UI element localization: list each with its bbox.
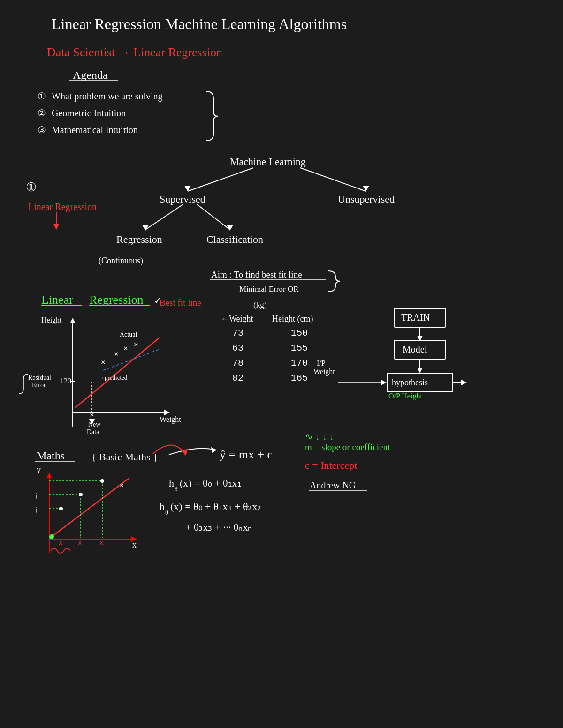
svg-line-7 <box>145 204 183 230</box>
ip-weight: Weight <box>313 368 335 376</box>
m-slope-label: m = slope or coefficient <box>305 442 390 452</box>
svg-point-51 <box>100 479 104 483</box>
agenda-item-2: Geometric Intuition <box>52 108 126 118</box>
maths-title: Maths <box>37 450 65 462</box>
formula1-label: h <box>169 477 174 489</box>
agenda-item-1-circle: ① <box>38 91 46 101</box>
minimal-error: Minimal Error OR <box>239 285 299 293</box>
classification-label: Classification <box>206 233 263 245</box>
ip-label: I/P <box>317 359 326 367</box>
svg-marker-53 <box>182 449 188 456</box>
new-data-label: New <box>88 421 101 428</box>
y-axis-math-label: y <box>37 465 41 474</box>
height-header: Height (cm) <box>272 314 313 324</box>
x3-mark: x <box>99 539 103 546</box>
train-box: TRAIN <box>401 312 430 323</box>
row3-height: 170 <box>291 358 308 368</box>
kg-label: (kg) <box>253 300 266 309</box>
svg-marker-10 <box>227 225 233 231</box>
row1-weight: 73 <box>232 328 243 338</box>
formula3-label: + θ₃x₃ + ··· θₙxₙ <box>185 521 252 533</box>
agenda-item-3-circle: ③ <box>38 125 46 135</box>
aim-label: Aim : To find best fit line <box>211 270 302 279</box>
data-point-1: × <box>101 358 106 367</box>
svg-line-2 <box>300 168 366 191</box>
predicted-label: →predicted <box>99 374 128 381</box>
row1-height: 150 <box>291 328 308 338</box>
linear-reg-red: Linear Regression <box>28 202 97 212</box>
svg-line-42 <box>52 478 129 537</box>
svg-marker-39 <box>46 473 52 478</box>
value-120: 120 <box>60 377 71 385</box>
svg-point-50 <box>79 493 83 496</box>
linear-reg-green: Linear <box>41 293 73 307</box>
checkmark: ✓ <box>154 295 162 306</box>
x-on-line-1: × <box>120 481 123 489</box>
residual-label: Residual <box>28 374 51 381</box>
best-fit-label: Best fit line <box>160 298 201 308</box>
agenda-title: Agenda <box>73 69 108 81</box>
theta-subscript2: θ <box>165 509 168 516</box>
svg-rect-20 <box>387 373 453 392</box>
model-box: Model <box>403 344 427 354</box>
svg-marker-3 <box>184 186 191 191</box>
hypothesis-box: hypothesis <box>392 378 428 387</box>
svg-marker-28 <box>164 410 170 415</box>
theta-subscript: θ <box>175 486 178 493</box>
row2-height: 155 <box>291 343 308 353</box>
row4-height: 165 <box>291 373 308 383</box>
data-point-3: × <box>123 344 128 353</box>
svg-marker-9 <box>142 225 149 231</box>
op-height-label: O/P Height <box>388 392 422 400</box>
svg-point-49 <box>59 507 63 510</box>
weight-header: ←Weight <box>221 314 253 323</box>
svg-line-31 <box>103 349 160 370</box>
svg-rect-14 <box>394 308 446 327</box>
svg-line-8 <box>197 204 230 230</box>
red-subtitle: Data Scientist → Linear Regression <box>47 45 222 59</box>
basic-maths-label: { Basic Maths } <box>91 451 158 463</box>
formula2-rest: (x) = θ₀ + θ₁x₁ + θ₂x₂ <box>170 501 262 512</box>
regression-green: Regression <box>89 293 144 307</box>
data-point-2: × <box>114 349 119 358</box>
svg-marker-19 <box>417 368 423 373</box>
unsupervised-label: Unsupervised <box>338 193 395 205</box>
x2-mark: x <box>78 539 82 546</box>
y-tick1: j <box>35 506 37 513</box>
ml-root: Machine Learning <box>230 156 306 167</box>
row2-weight: 63 <box>232 343 243 353</box>
section1-label: ① <box>26 180 37 194</box>
squiggle-arrows: ∿ ↓ ↓ ↓ <box>305 431 334 442</box>
svg-rect-17 <box>394 340 446 359</box>
svg-marker-16 <box>417 336 423 341</box>
svg-marker-4 <box>363 186 369 191</box>
svg-marker-6 <box>53 224 59 230</box>
x-axis-point: × <box>90 410 94 419</box>
svg-marker-34 <box>89 419 95 425</box>
agenda-item-3: Mathematical Intuition <box>52 125 138 135</box>
agenda-item-2-circle: ② <box>38 108 46 118</box>
formula1-rest: (x) = θ₀ + θ₁x₁ <box>180 477 242 489</box>
svg-line-1 <box>188 168 253 191</box>
agenda-item-1: What problem we are solving <box>52 91 163 102</box>
row3-weight: 78 <box>232 358 243 368</box>
c-intercept-label: c = Intercept <box>305 459 357 471</box>
yhat-formula: ŷ = mx + c <box>220 448 273 461</box>
formula2-label: h <box>160 501 165 512</box>
main-canvas: Linear Regression Machine Learning Algor… <box>0 0 563 728</box>
drawing-overlay: Linear Regression Machine Learning Algor… <box>0 0 563 728</box>
actual-label: Actual <box>120 331 137 338</box>
height-axis-label: Height <box>41 316 62 324</box>
x-axis-math-label: x <box>132 540 137 549</box>
svg-point-52 <box>49 534 54 539</box>
error-label: Error <box>32 382 46 389</box>
svg-line-30 <box>75 338 160 408</box>
continuous-label: (Continuous) <box>99 256 143 266</box>
svg-marker-36 <box>211 447 217 453</box>
regression-label: Regression <box>116 233 162 245</box>
weight-axis-label: Weight <box>160 415 181 424</box>
y-tick2: j <box>35 492 37 499</box>
data-point-4: × <box>134 340 138 349</box>
supervised-label: Supervised <box>160 193 205 205</box>
andrew-ng-label: Andrew NG <box>310 480 356 490</box>
